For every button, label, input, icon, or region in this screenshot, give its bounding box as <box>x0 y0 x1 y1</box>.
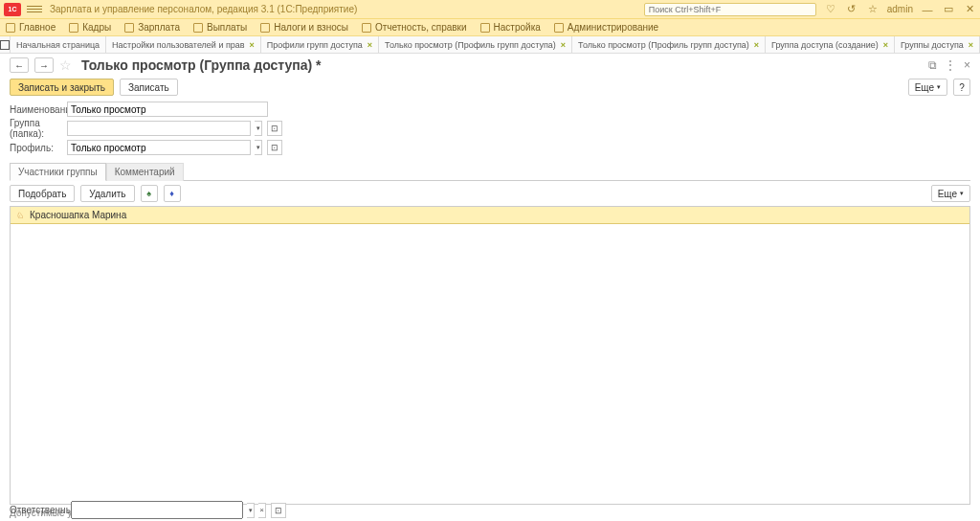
close-icon[interactable]: × <box>754 40 759 50</box>
tab-profiles[interactable]: Профили групп доступа× <box>261 36 379 53</box>
group-input[interactable] <box>67 121 251 136</box>
close-page-icon[interactable]: × <box>964 58 970 72</box>
menu-nastroika[interactable]: Настройка <box>480 22 541 33</box>
bottom-row: Ответственный: ▾ × ⊡ <box>0 501 980 519</box>
move-down-button[interactable]: ♦ <box>164 185 181 202</box>
page-title: Только просмотр (Группа доступа) * <box>81 57 322 73</box>
table-row[interactable]: ♘ Красношапка Марина <box>11 207 969 224</box>
user-label[interactable]: admin <box>887 4 913 14</box>
menu-icon <box>124 23 134 33</box>
list-more-button[interactable]: Еще▾ <box>931 185 970 202</box>
responsible-label: Ответственный: <box>10 505 67 515</box>
logo-1c: 1C <box>4 3 21 16</box>
menu-icon <box>362 23 371 33</box>
list-toolbar: Подобрать Удалить ♠ ♦ Еще▾ <box>0 181 980 206</box>
close-icon[interactable]: × <box>368 40 372 50</box>
close-icon[interactable]: × <box>883 40 888 50</box>
home-icon <box>0 40 10 50</box>
menu-icon <box>69 23 78 33</box>
burger-icon[interactable] <box>27 2 42 17</box>
menu-zarplata[interactable]: Зарплата <box>124 22 180 33</box>
save-close-button[interactable]: Записать и закрыть <box>10 79 114 96</box>
tab-access-group-create[interactable]: Группа доступа (создание)× <box>766 36 895 53</box>
move-up-button[interactable]: ♠ <box>141 185 158 202</box>
menu-icon <box>260 23 270 33</box>
sub-tabs: Участники группы Комментарий <box>10 163 970 181</box>
profile-input[interactable] <box>67 140 251 155</box>
close-icon[interactable]: × <box>561 40 566 50</box>
bell-icon[interactable]: ♡ <box>824 3 837 16</box>
nav-back-button[interactable]: ← <box>10 57 29 73</box>
nav-forward-button[interactable]: → <box>34 57 54 73</box>
group-lookup-button[interactable]: ⊡ <box>267 121 282 136</box>
delete-button[interactable]: Удалить <box>80 185 134 202</box>
restore-icon[interactable]: ▭ <box>942 3 955 16</box>
menu-otchetnost[interactable]: Отчетность, справки <box>362 22 467 33</box>
star-icon[interactable]: ☆ <box>866 3 880 16</box>
form-area: Наименование: Группа (папка): ▾ ⊡ Профил… <box>0 98 980 159</box>
tab-profile-readonly-1[interactable]: Только просмотр (Профиль групп доступа)× <box>379 36 572 53</box>
menu-kadry[interactable]: Кадры <box>69 22 111 33</box>
menu-icon <box>480 23 490 33</box>
save-button[interactable]: Записать <box>120 79 178 96</box>
user-icon: ♘ <box>16 211 24 220</box>
grid-blank-area[interactable] <box>11 224 969 504</box>
global-search-input[interactable] <box>644 3 816 16</box>
close-icon[interactable]: × <box>250 40 255 50</box>
home-tab[interactable] <box>0 36 11 53</box>
menu-nalogi[interactable]: Налоги и взносы <box>260 22 348 33</box>
chevron-down-icon: ▾ <box>960 190 964 197</box>
profile-dropdown-button[interactable]: ▾ <box>255 140 262 155</box>
chevron-down-icon: ▾ <box>937 83 941 91</box>
name-input[interactable] <box>67 102 268 117</box>
member-name: Красношапка Марина <box>30 210 126 220</box>
responsible-clear-button[interactable]: × <box>258 503 266 518</box>
title-bar: 1C Зарплата и управление персоналом, ред… <box>0 0 980 19</box>
help-button[interactable]: ? <box>953 79 970 96</box>
form-toolbar: Записать и закрыть Записать Еще▾ ? <box>0 77 980 98</box>
tab-user-settings[interactable]: Настройки пользователей и прав× <box>106 36 261 53</box>
menu-main[interactable]: Главное <box>6 22 56 33</box>
minimize-icon[interactable]: — <box>921 3 934 16</box>
subtab-members[interactable]: Участники группы <box>10 163 106 181</box>
page-header: ← → ☆ Только просмотр (Группа доступа) *… <box>0 54 980 77</box>
kebab-menu-icon[interactable]: ⋮ <box>945 58 956 72</box>
history-icon[interactable]: ↺ <box>845 3 858 16</box>
menu-icon <box>6 23 15 33</box>
pick-button[interactable]: Подобрать <box>10 185 75 202</box>
group-dropdown-button[interactable]: ▾ <box>255 121 262 136</box>
close-icon[interactable]: × <box>969 40 973 50</box>
profile-lookup-button[interactable]: ⊡ <box>267 140 282 155</box>
main-menu-bar: Главное Кадры Зарплата Выплаты Налоги и … <box>0 19 980 36</box>
responsible-dropdown-button[interactable]: ▾ <box>247 503 255 518</box>
subtab-comment[interactable]: Комментарий <box>106 163 184 181</box>
app-title: Зарплата и управление персоналом, редакц… <box>50 4 357 14</box>
menu-icon <box>554 23 564 33</box>
tab-start-page[interactable]: Начальная страница <box>11 36 106 53</box>
menu-icon <box>193 23 203 33</box>
close-window-icon[interactable]: ✕ <box>963 3 976 16</box>
menu-admin[interactable]: Администрирование <box>554 22 658 33</box>
profile-label: Профиль: <box>10 143 63 153</box>
responsible-input[interactable] <box>71 501 243 519</box>
tab-profile-readonly-2[interactable]: Только просмотр (Профиль групп доступа)× <box>572 36 766 53</box>
members-grid[interactable]: ♘ Красношапка Марина <box>10 206 970 505</box>
more-button[interactable]: Еще▾ <box>908 79 947 96</box>
menu-vyplaty[interactable]: Выплаты <box>193 22 247 33</box>
name-label: Наименование: <box>10 104 63 115</box>
favorite-toggle[interactable]: ☆ <box>59 57 72 73</box>
group-label: Группа (папка): <box>10 118 63 139</box>
responsible-lookup-button[interactable]: ⊡ <box>271 503 286 518</box>
tab-bar: Начальная страница Настройки пользовател… <box>0 36 980 54</box>
tab-access-groups[interactable]: Группы доступа× <box>895 36 980 53</box>
open-external-icon[interactable]: ⧉ <box>928 58 937 72</box>
